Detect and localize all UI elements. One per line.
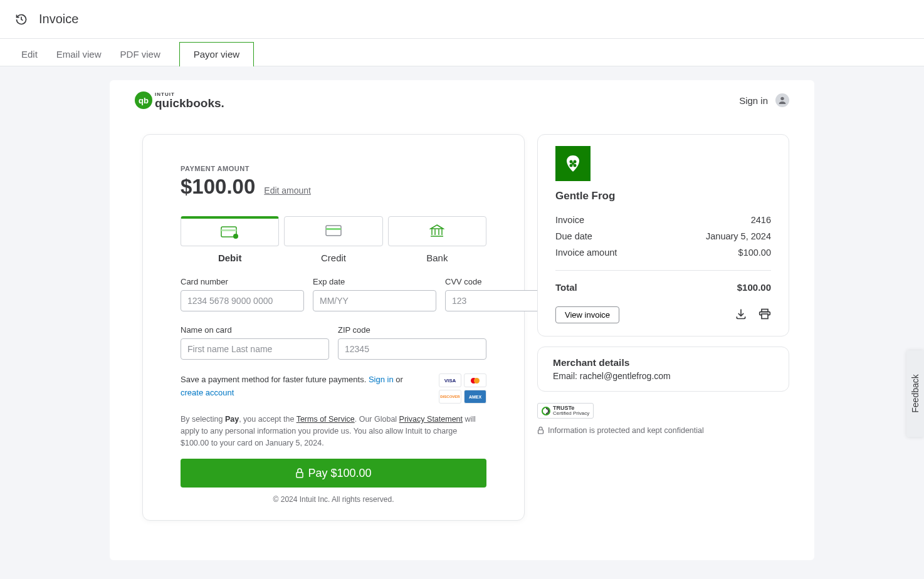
privacy-statement-link[interactable]: Privacy Statement — [399, 415, 463, 424]
merchant-details-email: Email: rachel@gentlefrog.com — [553, 371, 774, 381]
invoice-label: Invoice — [555, 215, 584, 225]
tab-email-view[interactable]: Email view — [56, 43, 102, 66]
download-icon[interactable] — [735, 308, 747, 323]
view-invoice-button[interactable]: View invoice — [555, 306, 619, 323]
content-row: PAYMENT AMOUNT $100.00 Edit amount Debit — [110, 115, 814, 527]
tabs-bar: Edit Email view PDF view Payor view — [0, 39, 924, 66]
method-bank[interactable]: Bank — [388, 216, 486, 263]
due-date-label: Due date — [555, 231, 592, 241]
quickbooks-logo: qb INTUIT quickbooks. — [135, 91, 224, 109]
truste-badge: TRUSTeCertified Privacy — [537, 403, 594, 419]
tab-payor-view[interactable]: Payor view — [179, 42, 254, 66]
name-on-card-input[interactable] — [181, 338, 329, 360]
signin-label: Sign in — [739, 95, 768, 106]
total-label: Total — [555, 282, 577, 293]
confidential-text: Information is protected and kept confid… — [537, 426, 789, 435]
pay-button[interactable]: Pay $100.00 — [181, 459, 486, 488]
payment-amount-value: $100.00 — [181, 175, 255, 199]
method-credit[interactable]: Credit — [284, 216, 382, 263]
merchant-logo — [555, 146, 591, 181]
card-number-label: Card number — [181, 277, 304, 286]
tab-pdf-view[interactable]: PDF view — [120, 43, 160, 66]
svg-rect-5 — [326, 228, 341, 230]
method-debit-label: Debit — [181, 253, 279, 263]
summary-card: Gentle Frog Invoice2416 Due dateJanuary … — [537, 134, 789, 336]
top-bar: Invoice — [0, 0, 924, 39]
qb-logo-icon: qb — [135, 91, 152, 109]
payment-card: PAYMENT AMOUNT $100.00 Edit amount Debit — [142, 134, 525, 521]
invoice-value: 2416 — [751, 215, 771, 225]
canvas: qb INTUIT quickbooks. Sign in PAYMENT AM… — [0, 66, 924, 579]
exp-date-label: Exp date — [313, 277, 436, 286]
print-icon[interactable] — [759, 308, 771, 323]
truste-section: TRUSTeCertified Privacy — [537, 403, 789, 419]
exp-date-input[interactable] — [313, 290, 436, 311]
visa-badge: VISA — [439, 373, 461, 387]
name-on-card-label: Name on card — [181, 325, 329, 335]
debit-card-icon — [221, 226, 239, 239]
payment-method-row: Debit Credit Bank — [181, 216, 486, 263]
logo-main-text: quickbooks. — [155, 97, 224, 109]
total-value: $100.00 — [737, 282, 771, 293]
qb-header: qb INTUIT quickbooks. Sign in — [110, 80, 814, 115]
amex-badge: AMEX — [464, 390, 486, 404]
avatar-icon — [775, 93, 789, 107]
copyright: © 2024 Intuit Inc. All rights reserved. — [181, 495, 486, 504]
tab-edit[interactable]: Edit — [21, 43, 38, 66]
method-debit[interactable]: Debit — [181, 216, 279, 263]
invoice-amount-value: $100.00 — [738, 248, 771, 258]
merchant-details-title: Merchant details — [553, 357, 774, 368]
signin-block[interactable]: Sign in — [739, 93, 789, 107]
zip-code-input[interactable] — [338, 338, 486, 360]
discover-badge: DISCOVER — [439, 390, 461, 404]
page-title: Invoice — [39, 12, 78, 26]
merchant-name: Gentle Frog — [555, 190, 771, 202]
lock-small-icon — [537, 427, 544, 434]
bank-icon — [429, 224, 444, 238]
terms-of-service-link[interactable]: Terms of Service — [297, 415, 355, 424]
page-surface: qb INTUIT quickbooks. Sign in PAYMENT AM… — [110, 80, 814, 560]
mastercard-badge — [464, 373, 486, 387]
card-number-input[interactable] — [181, 290, 304, 311]
history-icon[interactable] — [15, 13, 28, 26]
svg-rect-21 — [538, 430, 543, 434]
pay-button-label: Pay $100.00 — [308, 467, 371, 480]
legal-text: By selecting Pay, you accept the Terms o… — [181, 414, 486, 449]
svg-point-0 — [780, 97, 784, 100]
edit-amount-link[interactable]: Edit amount — [264, 185, 311, 196]
svg-rect-12 — [297, 472, 303, 477]
feedback-tab[interactable]: Feedback — [906, 351, 924, 437]
card-brand-badges: VISA DISCOVER AMEX — [423, 373, 486, 404]
payment-amount-label: PAYMENT AMOUNT — [181, 165, 486, 172]
due-date-value: January 5, 2024 — [706, 231, 771, 241]
create-account-link[interactable]: create account — [181, 388, 234, 397]
svg-marker-6 — [431, 225, 443, 229]
zip-code-label: ZIP code — [338, 325, 486, 335]
svg-point-3 — [233, 234, 238, 239]
svg-rect-4 — [326, 226, 341, 236]
svg-rect-19 — [762, 314, 768, 319]
save-payment-text: Save a payment method for faster future … — [181, 373, 416, 400]
merchant-details-card: Merchant details Email: rachel@gentlefro… — [537, 347, 789, 392]
svg-rect-2 — [221, 229, 236, 231]
invoice-amount-label: Invoice amount — [555, 248, 617, 258]
method-bank-label: Bank — [388, 253, 486, 263]
credit-card-icon — [325, 225, 342, 237]
svg-point-17 — [572, 162, 574, 165]
lock-icon — [295, 468, 304, 478]
signin-link[interactable]: Sign in — [369, 375, 394, 384]
method-credit-label: Credit — [284, 253, 382, 263]
